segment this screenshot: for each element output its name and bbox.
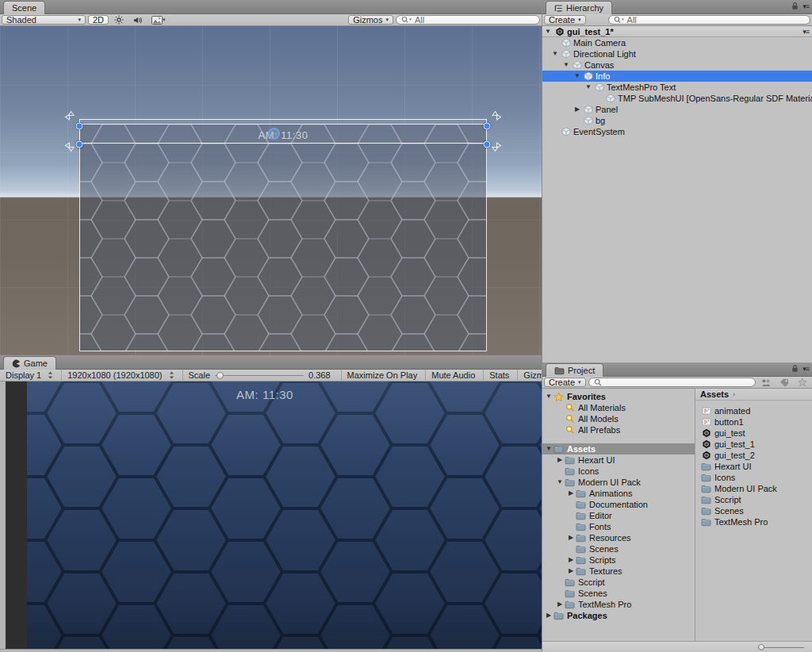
project-tree-item-all-materials[interactable]: All Materials: [542, 402, 695, 413]
rect-handle-top-right[interactable]: [484, 123, 491, 130]
scale-slider-thumb[interactable]: [216, 372, 224, 379]
rotate-handle-top-right[interactable]: [489, 110, 502, 123]
project-tree-item-assets[interactable]: ▼Assets: [542, 443, 695, 454]
foldout-arrow-icon[interactable]: ▶: [567, 556, 575, 564]
hierarchy-item-textmeshpro-text[interactable]: ▼TextMeshPro Text: [542, 82, 812, 93]
scene-menu-icon[interactable]: ▾≡: [802, 28, 809, 36]
tab-hierarchy[interactable]: Hierarchy: [546, 1, 612, 14]
project-tree-item-packages[interactable]: ▶Packages: [542, 610, 695, 621]
foldout-arrow-icon[interactable]: ▼: [584, 83, 592, 91]
project-tree-item-scripts[interactable]: ▶Scripts: [542, 554, 695, 566]
project-tree-item-sccript[interactable]: Sccript: [542, 577, 695, 588]
search-by-type-button[interactable]: [758, 378, 774, 388]
rect-handle-top-left[interactable]: [76, 123, 83, 130]
foldout-arrow-icon[interactable]: ▶: [567, 489, 575, 497]
asset-item-animated[interactable]: animated: [695, 405, 812, 416]
foldout-arrow-icon[interactable]: ▶: [567, 567, 575, 575]
foldout-arrow-icon[interactable]: ▶: [556, 456, 564, 464]
scene-effects-button[interactable]: ▾: [148, 15, 169, 25]
rotate-handle-top-left[interactable]: [64, 110, 77, 123]
asset-item-textmesh-pro[interactable]: TextMesh Pro: [695, 516, 812, 527]
foldout-arrow-icon[interactable]: ▶: [567, 534, 575, 542]
search-by-label-button[interactable]: [776, 378, 792, 388]
hierarchy-item-panel[interactable]: ▶Panel: [542, 104, 812, 115]
stats-button[interactable]: Stats: [483, 370, 515, 382]
save-search-button[interactable]: [795, 378, 810, 388]
display-dropdown[interactable]: Display 1: [0, 370, 59, 382]
asset-item-button1[interactable]: button1: [695, 416, 812, 428]
hierarchy-search-input[interactable]: All: [608, 15, 810, 25]
project-tree-item-textmesh-pro[interactable]: ▶TextMesh Pro: [542, 599, 695, 610]
tab-project[interactable]: Project: [546, 363, 603, 377]
thumbnail-size-slider[interactable]: [758, 644, 804, 650]
panel-menu-icon[interactable]: ▾≡: [802, 365, 809, 373]
project-tree-item-documentation[interactable]: Documentation: [542, 499, 695, 510]
mute-audio-button[interactable]: Mute Audio: [425, 370, 481, 382]
tab-scene[interactable]: Scene: [3, 1, 45, 14]
foldout-arrow-icon[interactable]: ▼: [545, 393, 553, 401]
hierarchy-item-canvas[interactable]: ▼Canvas: [542, 59, 812, 71]
foldout-arrow-icon[interactable]: ▼: [551, 50, 559, 58]
asset-item-hexart-ui[interactable]: Hexart UI: [695, 461, 812, 472]
foldout-arrow-icon[interactable]: ▶: [545, 612, 553, 619]
scene-gizmos-dropdown[interactable]: Gizmos ▾: [348, 15, 393, 25]
scene-lighting-button[interactable]: [111, 15, 127, 25]
pivot-handle[interactable]: [268, 128, 280, 140]
project-tree-item-all-models[interactable]: All Models: [542, 413, 695, 424]
project-tree-item-fonts[interactable]: Fonts: [542, 521, 695, 532]
project-tree-item-scenes[interactable]: Scenes: [542, 543, 695, 554]
project-tree-item-modern-ui-pack[interactable]: ▼Modern UI Pack: [542, 477, 695, 488]
asset-item-modern-ui-pack[interactable]: Modern UI Pack: [695, 483, 812, 494]
project-tree-item-all-prefabs[interactable]: All Prefabs: [542, 424, 695, 435]
rotate-handle-bottom-right[interactable]: [489, 140, 502, 152]
scene-search-input[interactable]: All: [396, 15, 540, 25]
project-search-input[interactable]: [588, 378, 756, 387]
lock-icon[interactable]: [791, 364, 799, 373]
foldout-arrow-icon[interactable]: ▼: [545, 28, 551, 35]
foldout-arrow-icon[interactable]: ▶: [573, 105, 581, 113]
resolution-dropdown[interactable]: 1920x1080 (1920x1080): [61, 370, 179, 382]
asset-item-gui-test-1[interactable]: gui_test_1: [695, 439, 812, 450]
project-tree-item-editor[interactable]: Editor: [542, 510, 695, 521]
lock-icon[interactable]: [791, 2, 799, 10]
project-tree-item-scenes[interactable]: Scenes: [542, 588, 695, 599]
project-create-dropdown[interactable]: Create ▾: [544, 378, 586, 387]
game-viewport[interactable]: AM: 11:30: [0, 382, 542, 649]
hierarchy-scene-row[interactable]: ▼ gui_test_1* ▾≡: [542, 26, 812, 37]
rotate-handle-bottom-left[interactable]: [64, 140, 77, 152]
project-tree-item-icons[interactable]: Icons: [542, 466, 695, 477]
hierarchy-tab-label: Hierarchy: [566, 3, 603, 13]
project-tree-item-favorites[interactable]: ▼Favorites: [542, 391, 695, 402]
hierarchy-item-info[interactable]: ▼Info: [542, 71, 812, 82]
scene-viewport[interactable]: AM: 11:30: [0, 26, 542, 355]
scale-slider[interactable]: [215, 370, 304, 380]
panel-menu-icon[interactable]: ▾≡: [802, 2, 809, 10]
asset-item-icons[interactable]: Icons: [695, 472, 812, 483]
asset-item-sccript[interactable]: Sccript: [695, 494, 812, 505]
hierarchy-item-main-camera[interactable]: Main Camera: [542, 37, 812, 48]
hierarchy-item-directional-light[interactable]: ▼Directional Light: [542, 48, 812, 59]
project-tree-item-hexart-ui[interactable]: ▶Hexart UI: [542, 454, 695, 466]
tab-game[interactable]: Game: [3, 356, 56, 370]
foldout-arrow-icon[interactable]: ▼: [573, 72, 581, 80]
assets-breadcrumb[interactable]: Assets ›: [695, 389, 812, 401]
maximize-on-play-button[interactable]: Maximize On Play: [341, 370, 423, 382]
shading-mode-dropdown[interactable]: Shaded ▾: [2, 15, 86, 25]
foldout-arrow-icon[interactable]: ▼: [556, 478, 564, 486]
hierarchy-create-dropdown[interactable]: Create ▾: [544, 15, 586, 25]
2d-toggle-button[interactable]: 2D: [88, 15, 109, 25]
asset-item-gui-test[interactable]: gui_test: [695, 428, 812, 439]
thumbnail-slider-thumb[interactable]: [758, 644, 764, 650]
foldout-arrow-icon[interactable]: ▼: [562, 61, 570, 69]
project-tree-item-animations[interactable]: ▶Animations: [542, 488, 695, 499]
asset-item-gui-test-2[interactable]: gui_test_2: [695, 450, 812, 461]
hierarchy-item-eventsystem[interactable]: EventSystem: [542, 126, 812, 137]
project-tree-item-resources[interactable]: ▶Resources: [542, 532, 695, 543]
scene-audio-button[interactable]: [129, 15, 146, 25]
asset-item-scenes[interactable]: Scenes: [695, 505, 812, 516]
hierarchy-item-bg[interactable]: bg: [542, 115, 812, 126]
foldout-arrow-icon[interactable]: ▶: [556, 600, 564, 608]
hierarchy-item-tmp-submeshui-opensans-regular-sdf-material-ope[interactable]: TMP SubMeshUI [OpenSans-Regular SDF Mate…: [542, 93, 812, 104]
project-tree-item-textures[interactable]: ▶Textures: [542, 566, 695, 577]
foldout-arrow-icon[interactable]: ▼: [545, 445, 553, 453]
